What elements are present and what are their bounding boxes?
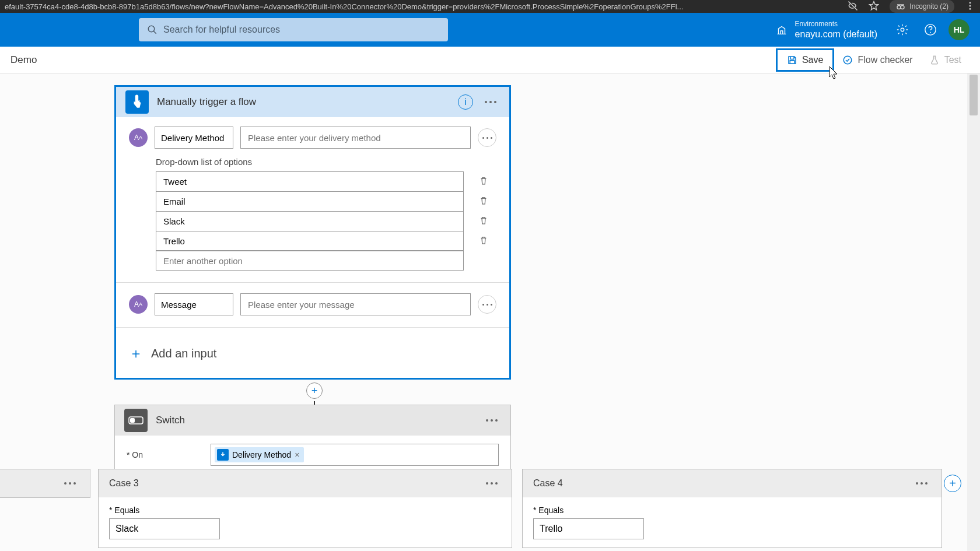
svg-point-0	[897, 6, 901, 9]
svg-point-7	[901, 28, 904, 31]
trigger-card-header[interactable]: Manually trigger a flow i	[116, 87, 509, 117]
case-menu-icon[interactable]	[482, 482, 501, 485]
manual-trigger-icon	[125, 90, 149, 114]
search-input[interactable]	[163, 24, 440, 35]
token-remove-icon[interactable]: ×	[295, 450, 299, 459]
token-icon	[217, 449, 229, 461]
input-name-field[interactable]: Message	[155, 293, 233, 315]
checker-icon	[842, 55, 853, 65]
avatar[interactable]: HL	[949, 19, 970, 40]
dropdown-option[interactable]: Slack	[156, 211, 464, 231]
dropdown-options-list: Tweet Email Slack Trello	[156, 171, 464, 271]
switch-card-header[interactable]: Switch	[115, 405, 510, 436]
delete-icon[interactable]	[478, 235, 489, 247]
case-title: Case 4	[533, 478, 912, 489]
equals-label: * Equals	[533, 506, 931, 515]
browser-address-bar: efault-37574ca4-cde8-4d8b-bcb8-897b1a5d8…	[0, 0, 980, 13]
dropdown-section-label: Drop-down list of options	[156, 157, 496, 167]
vertical-scrollbar[interactable]	[967, 73, 980, 551]
input-more-button[interactable]	[478, 128, 496, 147]
input-name-field[interactable]: Delivery Method	[155, 127, 233, 149]
environment-picker[interactable]: Environments enayu.com (default)	[795, 20, 877, 40]
gear-icon[interactable]	[896, 23, 909, 36]
plus-icon: ＋	[129, 344, 143, 363]
svg-point-9	[930, 32, 931, 33]
save-button[interactable]: Save	[776, 48, 834, 72]
case-title: Case 3	[109, 478, 482, 489]
case-menu-icon[interactable]	[61, 482, 79, 485]
dropdown-option[interactable]: Tweet	[156, 171, 464, 191]
delete-icon[interactable]	[478, 176, 489, 188]
star-icon[interactable]	[869, 1, 879, 13]
svg-rect-12	[130, 418, 135, 423]
equals-input[interactable]	[109, 518, 220, 539]
switch-on-input[interactable]: Delivery Method ×	[211, 444, 499, 466]
url-text: efault-37574ca4-cde8-4d8b-bcb8-897b1a5d8…	[5, 2, 848, 11]
svg-point-1	[901, 6, 904, 9]
delete-icon[interactable]	[478, 215, 489, 227]
flask-icon	[929, 55, 940, 65]
insert-step-button[interactable]: +	[306, 382, 323, 399]
delete-icon[interactable]	[478, 195, 489, 208]
test-button[interactable]: Test	[921, 51, 970, 69]
dynamic-content-token[interactable]: Delivery Method ×	[215, 447, 304, 462]
toolbar: Demo Save Flow checker Test	[0, 47, 980, 73]
svg-point-4	[970, 8, 971, 9]
svg-point-3	[970, 5, 971, 6]
input-description-field[interactable]	[240, 293, 471, 315]
add-input-button[interactable]: ＋ Add an input	[129, 338, 496, 372]
trigger-card[interactable]: Manually trigger a flow i AA Delivery Me…	[114, 85, 511, 380]
switch-on-label: * On	[127, 450, 202, 459]
switch-menu-icon[interactable]	[482, 419, 501, 422]
trigger-input-row: AA Delivery Method	[129, 127, 496, 149]
dropdown-option[interactable]: Trello	[156, 231, 464, 251]
svg-point-5	[148, 26, 155, 32]
case-card-partial[interactable]	[0, 469, 90, 498]
trigger-title: Manually trigger a flow	[157, 96, 450, 108]
eye-off-icon[interactable]	[848, 1, 858, 13]
search-box[interactable]	[139, 18, 448, 41]
case-3-card[interactable]: Case 3 * Equals	[98, 469, 512, 548]
help-icon[interactable]	[924, 23, 937, 36]
switch-title: Switch	[156, 415, 474, 426]
dropdown-new-option-input[interactable]	[156, 251, 464, 271]
browser-menu-icon[interactable]	[965, 1, 975, 13]
environment-icon[interactable]	[775, 23, 788, 36]
search-icon	[147, 24, 158, 35]
app-header: Environments enayu.com (default) HL	[0, 13, 980, 47]
scrollbar-thumb[interactable]	[970, 75, 978, 115]
save-icon	[787, 55, 797, 65]
trigger-input-row: AA Message	[129, 293, 496, 315]
input-more-button[interactable]	[478, 295, 496, 314]
flow-canvas[interactable]: Manually trigger a flow i AA Delivery Me…	[0, 73, 967, 551]
equals-label: * Equals	[109, 506, 501, 515]
switch-icon	[124, 409, 148, 432]
dropdown-option[interactable]: Email	[156, 191, 464, 211]
case-menu-icon[interactable]	[912, 482, 931, 485]
info-icon[interactable]: i	[458, 94, 473, 110]
case-4-card[interactable]: Case 4 * Equals	[522, 469, 942, 548]
add-case-button[interactable]: +	[944, 475, 961, 492]
text-type-icon: AA	[129, 295, 148, 314]
svg-point-2	[970, 2, 971, 3]
flow-name[interactable]: Demo	[10, 54, 37, 66]
incognito-badge[interactable]: Incognito (2)	[890, 0, 954, 13]
flow-checker-button[interactable]: Flow checker	[834, 51, 921, 69]
svg-point-10	[844, 56, 852, 64]
switch-card[interactable]: Switch * On Delivery Method ×	[114, 405, 511, 475]
input-description-field[interactable]	[240, 127, 471, 149]
equals-input[interactable]	[533, 518, 644, 539]
trigger-menu-icon[interactable]	[481, 101, 500, 103]
svg-line-6	[153, 31, 156, 34]
text-type-icon: AA	[129, 128, 148, 147]
